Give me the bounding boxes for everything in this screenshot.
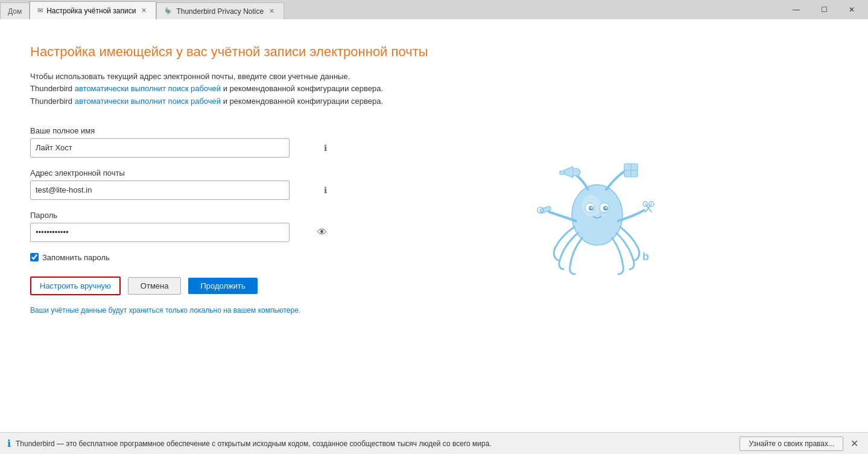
buttons-row: Настроить вручную Отмена Продолжить	[30, 277, 332, 295]
svg-point-0	[572, 185, 622, 245]
continue-button[interactable]: Продолжить	[188, 278, 257, 294]
remember-password-checkbox[interactable]	[30, 253, 39, 261]
form-left: Ваше полное имя ℹ Адрес электронной почт…	[30, 126, 332, 316]
full-name-input[interactable]	[30, 138, 290, 158]
full-name-info-icon[interactable]: ℹ	[324, 143, 327, 153]
tab-privacy-close[interactable]: ✕	[267, 7, 276, 16]
bottom-bar-close-icon[interactable]: ✕	[848, 438, 861, 449]
description-link2[interactable]: автоматически выполнит поиск рабочей	[75, 97, 221, 106]
titlebar: Дом ✉ Настройка учётной записи ✕ 🦤 Thund…	[0, 0, 868, 19]
configure-manually-button[interactable]: Настроить вручную	[30, 277, 121, 295]
description-line1: Чтобы использовать текущий адрес электро…	[30, 72, 350, 81]
form-area: Настройка имеющейся у вас учётной записи…	[0, 19, 868, 432]
full-name-wrapper: ℹ	[30, 138, 332, 158]
svg-marker-12	[564, 167, 573, 177]
tab-privacy-icon: 🦤	[164, 7, 173, 15]
close-button[interactable]: ✕	[838, 0, 866, 19]
window-controls: — ☐ ✕	[782, 0, 868, 19]
tab-account-setup[interactable]: ✉ Настройка учётной записи ✕	[30, 1, 156, 19]
email-wrapper: ℹ	[30, 181, 332, 200]
page-title: Настройка имеющейся у вас учётной записи…	[30, 43, 838, 61]
info-icon: ℹ	[7, 438, 11, 449]
email-group: Адрес электронной почты ℹ	[30, 168, 332, 200]
password-group: Пароль 👁	[30, 211, 332, 242]
email-info-icon[interactable]: ℹ	[324, 185, 327, 195]
tab-dom[interactable]: Дом	[0, 2, 30, 19]
svg-rect-13	[560, 171, 565, 174]
svg-text:b: b	[642, 251, 649, 263]
footer-note-link[interactable]: Ваши учётные данные будут храниться толь…	[30, 306, 300, 315]
tab-account-setup-icon: ✉	[37, 7, 43, 14]
octopus-illustration: b	[531, 161, 664, 281]
password-label: Пароль	[30, 211, 332, 220]
svg-point-6	[591, 206, 592, 208]
tab-privacy-notice[interactable]: 🦤 Thunderbird Privacy Notice ✕	[156, 2, 284, 19]
password-toggle-icon[interactable]: 👁	[317, 227, 327, 238]
maximize-button[interactable]: ☐	[810, 0, 838, 19]
learn-rights-button[interactable]: Узнайте о своих правах...	[740, 436, 843, 451]
tab-account-setup-label: Настройка учётной записи	[46, 7, 136, 15]
full-name-group: Ваше полное имя ℹ	[30, 126, 332, 158]
tab-account-setup-close[interactable]: ✕	[139, 6, 148, 15]
full-name-label: Ваше полное имя	[30, 126, 332, 135]
cancel-button[interactable]: Отмена	[128, 277, 182, 295]
email-label: Адрес электронной почты	[30, 168, 332, 177]
password-wrapper: 👁	[30, 223, 332, 242]
tab-dom-label: Дом	[8, 7, 22, 16]
remember-password-label[interactable]: Запомнить пароль	[42, 253, 110, 262]
minimize-button[interactable]: —	[782, 0, 810, 19]
tab-privacy-label: Thunderbird Privacy Notice	[176, 7, 264, 16]
description-line2: Thunderbird автоматически выполнит поиск…	[30, 84, 383, 93]
illustration-area: b	[356, 126, 838, 316]
remember-password-row: Запомнить пароль	[30, 253, 332, 262]
footer-note: Ваши учётные данные будут храниться толь…	[30, 305, 332, 316]
tab-bar: Дом ✉ Настройка учётной записи ✕ 🦤 Thund…	[0, 0, 284, 19]
bottom-bar-text: Thunderbird — это бесплатное программное…	[16, 440, 735, 448]
description-line3: Thunderbird автоматически выполнит поиск…	[30, 97, 383, 106]
password-input[interactable]	[30, 223, 290, 242]
bottom-bar: ℹ Thunderbird — это бесплатное программн…	[0, 432, 868, 454]
form-body: Ваше полное имя ℹ Адрес электронной почт…	[30, 126, 838, 316]
main-content: Настройка имеющейся у вас учётной записи…	[0, 19, 868, 432]
email-input[interactable]	[30, 181, 290, 200]
page-description: Чтобы использовать текущий адрес электро…	[30, 71, 838, 108]
svg-point-7	[605, 206, 607, 208]
description-link1[interactable]: автоматически выполнит поиск рабочей	[75, 84, 221, 93]
